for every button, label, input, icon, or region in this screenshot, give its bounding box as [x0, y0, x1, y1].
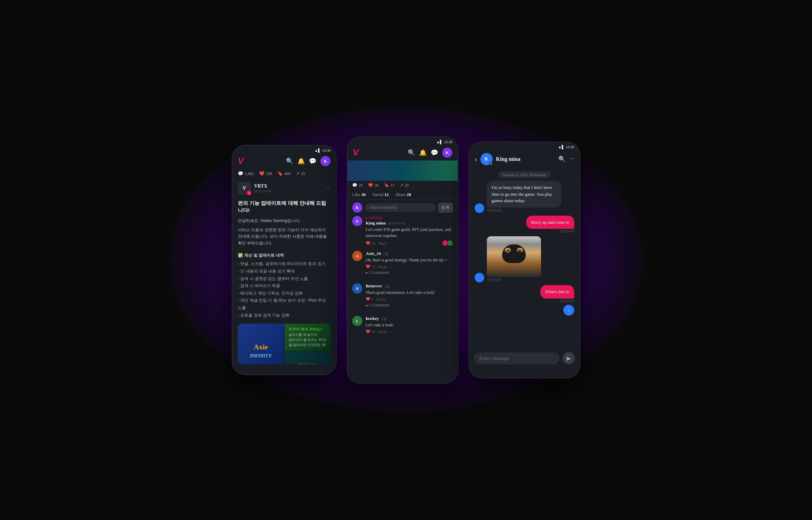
game-text-1: 아쿠아 해쉬 파츠는?슬라이를 왜 놓치지알라야의 할 파츠는 무엇?팔/알라라… [289, 327, 326, 348]
share-val: 20 [407, 192, 411, 197]
stats-bar-center: 💬 29 ❤️ 36 🔖 12 ↗ 20 [347, 181, 458, 190]
axie-image[interactable]: AxieINFINITY [238, 324, 284, 364]
commenter-avatar-2: A [352, 251, 362, 261]
expand-comments-3[interactable]: ▴ 2 Comments [366, 303, 453, 308]
comments-list: K ♦ VRTX Pin King mina 2023-01-01 Let's … [347, 216, 458, 339]
bookmark-icon: 🔖 [277, 171, 283, 176]
share-btn[interactable]: Share 20 [396, 192, 411, 197]
comment-date-4: 3일 [381, 316, 387, 321]
comment-content-4: lowkey 3일 Let's take a look! ❤️ 10 Reply… [366, 316, 453, 334]
comment-count: 1,482 [245, 171, 254, 176]
post-text: 서비스 이용과 관련된 펀의 기능이 다수 개선되어 안내해 드립니다. 보다 … [238, 227, 331, 246]
comment-icon: 💬 [238, 171, 243, 176]
scroll-down-button[interactable]: ↓ [563, 305, 574, 316]
send-button[interactable]: ▶ [563, 352, 575, 364]
like-count: 208 [266, 171, 272, 176]
comment-input-field[interactable] [365, 203, 435, 212]
like-btn[interactable]: Like 36 [352, 192, 366, 197]
update-title: ✅ 개선 및 업데이트 내역 [238, 252, 331, 259]
user-avatar-left[interactable]: K [320, 156, 331, 166]
commenter-name-1: King mina [366, 220, 386, 226]
more-chat-icon[interactable]: ··· [570, 155, 574, 163]
reply-btn-4[interactable]: Reply [379, 330, 387, 334]
comment-date-1: 2023-01-01 [388, 221, 405, 225]
more-action-4[interactable]: ··· [391, 330, 393, 334]
comment-text-4: Let's take a look! [366, 322, 453, 328]
chat-icon[interactable]: 💬 [309, 157, 316, 165]
time-left: 12:30 [322, 148, 331, 152]
pin-badge-1: ♦ VRTX Pin [366, 216, 383, 220]
read-check-4: ○ 오전10:26 [557, 299, 574, 303]
back-button[interactable]: ‹ [475, 155, 477, 163]
comment-author-3: Betorrrr 2일 [366, 283, 453, 289]
post-author: V ✓ VRTX 2022-10-30 ··· [232, 178, 336, 197]
update-item-7: - 프로필 장르 검색 기능 강화 [238, 312, 331, 319]
comment-icon-c: 💬 [352, 183, 357, 188]
share-count: 10 [301, 171, 305, 176]
reply-avatars-1 [444, 240, 453, 246]
search-icon-center[interactable]: 🔍 [408, 149, 415, 156]
game-image-2[interactable]: 힐 필수 파츠 [285, 351, 331, 364]
comment-count-c: 29 [359, 183, 363, 188]
share-count-c: 20 [405, 183, 409, 188]
message-input[interactable] [474, 352, 559, 364]
update-section: ✅ 개선 및 업데이트 내역 - 댓글, 스크랩, 공유하기에 하이라이트 효과… [232, 251, 336, 320]
author-name: VRTX [254, 183, 271, 189]
comment-content-3: Betorrrr 2일 That's good information. Let… [366, 283, 453, 311]
share-icon: ↗ [296, 171, 299, 176]
register-button[interactable]: 등록 [438, 203, 453, 213]
status-bar-center: ▲▌ 12:30 [347, 137, 458, 145]
time-center: 12:30 [444, 140, 452, 144]
bookmark-stat: 🔖 490 [277, 171, 290, 176]
heart-action-2[interactable]: ❤️ 20 [366, 264, 375, 269]
image-grid: AxieINFINITY 아쿠아 해쉬 파츠는?슬라이를 왜 놓치지알라야의 할… [238, 324, 331, 364]
chat-icon-center[interactable]: 💬 [431, 149, 438, 156]
dog-photo[interactable] [487, 236, 541, 277]
user-avatar-center[interactable]: K [442, 148, 452, 158]
status-bar-left: ▲▌ 12:30 [232, 146, 336, 154]
comment-date-2: 1일 [383, 251, 389, 256]
commenter-name-3: Betorrrr [366, 283, 382, 289]
heart-action-1[interactable]: ❤️ 20 [366, 241, 375, 245]
expand-comments-2[interactable]: ▸ 2 Comments [366, 270, 453, 275]
reply-btn-2[interactable]: Reply [379, 265, 387, 269]
comment-stat-c: 💬 29 [352, 183, 363, 188]
bubble-4: What's that lo [540, 285, 574, 299]
chat-header: ‹ K King mina 🔍 ··· [469, 150, 580, 168]
user-comment-avatar: K [352, 202, 362, 213]
post-intro: 안녕하세요. Vortex Gaming입니다. [238, 218, 331, 224]
signal-icon: ▲▌ [314, 148, 321, 152]
bookmark-stat-c: 🔖 12 [384, 183, 394, 188]
more-action-2[interactable]: ··· [391, 265, 393, 269]
comment-actions-4: ❤️ 10 Reply ··· [366, 329, 453, 334]
msg-content-3: 오전10:26 [487, 236, 541, 282]
bubble-2: Hurry up and come in [526, 216, 574, 229]
comment-author-1: King mina 2023-01-01 [366, 220, 453, 226]
bell-icon[interactable]: 🔔 [297, 157, 305, 165]
reply-btn-3[interactable]: Reply [377, 297, 385, 301]
more-action-3[interactable]: ··· [389, 297, 392, 301]
like-stat: ❤️ 208 [259, 171, 272, 176]
search-chat-icon[interactable]: 🔍 [558, 155, 566, 163]
heart-action-3[interactable]: ❤️ 6 [366, 297, 373, 301]
author-avatar: V ✓ [238, 182, 251, 195]
bookmark-icon-c: 🔖 [384, 183, 389, 188]
more-button[interactable]: ··· [326, 185, 331, 192]
search-icon[interactable]: 🔍 [286, 157, 293, 165]
heart-icon: ❤️ [259, 171, 265, 176]
bookmark-count-c: 12 [390, 183, 394, 188]
commenter-avatar-3: B [352, 283, 362, 294]
comment-item-1: K ♦ VRTX Pin King mina 2023-01-01 Let's … [352, 216, 453, 246]
heart-action-4[interactable]: ❤️ 10 [366, 329, 375, 334]
msg-content-1: I'm so busy today that I don't have time… [487, 181, 561, 213]
saved-btn[interactable]: Saved 12 [373, 192, 389, 197]
more-action-1[interactable]: ··· [391, 241, 393, 245]
reply-btn-1[interactable]: Reply [379, 241, 387, 245]
game-image-1[interactable]: 아쿠아 해쉬 파츠는?슬라이를 왜 놓치지알라야의 할 파츠는 무엇?팔/알라라… [285, 324, 331, 351]
author-details: VRTX 2022-10-30 [254, 183, 271, 193]
commenter-avatar-4: L [352, 316, 362, 326]
logo-center: V [353, 147, 359, 158]
bell-icon-center[interactable]: 🔔 [419, 149, 427, 156]
author-info: V ✓ VRTX 2022-10-30 [238, 182, 271, 195]
phone-center: ▲▌ 12:30 V 🔍 🔔 💬 K 💬 29 [347, 136, 458, 384]
